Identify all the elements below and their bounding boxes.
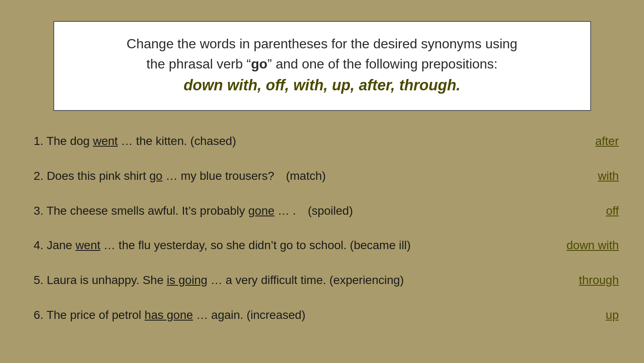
exercise-number-2: 2. — [34, 169, 47, 182]
exercise-content-1: … the kitten. (chased) — [118, 134, 236, 147]
exercise-content-5: Laura is unhappy. She — [47, 274, 167, 287]
exercise-text-4: 4. Jane went … the flu yesterday, so she… — [34, 236, 550, 255]
exercise-answer-5: through — [579, 271, 619, 290]
exercise-content-3: … . (spoiled) — [274, 204, 353, 217]
exercise-text-6: 6. The price of petrol has gone … again.… — [34, 306, 590, 325]
exercise-item-2: 2. Does this pink shirt go … my blue tro… — [34, 167, 619, 186]
exercise-answer-2: with — [598, 167, 619, 186]
instruction-line2-post: ” and one of the following prepositions: — [268, 56, 498, 71]
exercise-content-1: The dog — [47, 134, 93, 147]
exercise-answer-6: up — [606, 306, 619, 325]
exercise-number-6: 6. — [34, 308, 47, 321]
exercise-item-5: 5. Laura is unhappy. She is going … a ve… — [34, 271, 619, 290]
exercise-number-5: 5. — [34, 274, 47, 287]
exercise-content-4: … the flu yesterday, so she didn’t go to… — [100, 239, 411, 252]
exercise-answer-4: down with — [566, 236, 619, 255]
exercise-content-6: The price of petrol — [47, 308, 145, 321]
exercise-text-3: 3. The cheese smells awful. It’s probabl… — [34, 202, 590, 221]
exercise-content-6: … again. (increased) — [193, 308, 305, 321]
exercise-text-1: 1. The dog went … the kitten. (chased) — [34, 132, 579, 151]
exercise-text-5: 5. Laura is unhappy. She is going … a ve… — [34, 271, 563, 290]
exercises-container: 1. The dog went … the kitten. (chased)af… — [25, 132, 619, 325]
exercise-content-4: Jane — [47, 239, 76, 252]
exercise-item-6: 6. The price of petrol has gone … again.… — [34, 306, 619, 325]
exercise-answer-3: off — [606, 202, 619, 221]
exercise-verb-1: went — [93, 134, 118, 147]
exercise-item-4: 4. Jane went … the flu yesterday, so she… — [34, 236, 619, 255]
prepositions-list: down with, off, with, up, after, through… — [71, 74, 573, 97]
exercise-answer-1: after — [595, 132, 619, 151]
exercise-number-3: 3. — [34, 204, 47, 217]
instruction-box: Change the words in parentheses for the … — [53, 21, 591, 111]
instruction-line2-pre: the phrasal verb “ — [146, 56, 251, 71]
exercise-item-1: 1. The dog went … the kitten. (chased)af… — [34, 132, 619, 151]
exercise-verb-4: went — [76, 239, 100, 252]
exercise-content-3: The cheese smells awful. It’s probably — [47, 204, 248, 217]
exercise-text-2: 2. Does this pink shirt go … my blue tro… — [34, 167, 582, 186]
exercise-content-2: … my blue trousers? (match) — [163, 169, 326, 182]
instruction-go-bold: go — [251, 56, 268, 71]
exercise-verb-2: go — [149, 169, 162, 182]
instruction-line2: the phrasal verb “go” and one of the fol… — [71, 54, 573, 74]
exercise-verb-6: has gone — [145, 308, 193, 321]
exercise-content-5: … a very difficult time. (experiencing) — [208, 274, 404, 287]
exercise-number-1: 1. — [34, 134, 47, 147]
exercise-content-2: Does this pink shirt — [47, 169, 149, 182]
instruction-line1: Change the words in parentheses for the … — [71, 34, 573, 54]
exercise-verb-3: gone — [248, 204, 274, 217]
exercise-number-4: 4. — [34, 239, 47, 252]
exercise-item-3: 3. The cheese smells awful. It’s probabl… — [34, 202, 619, 221]
exercise-verb-5: is going — [167, 274, 208, 287]
